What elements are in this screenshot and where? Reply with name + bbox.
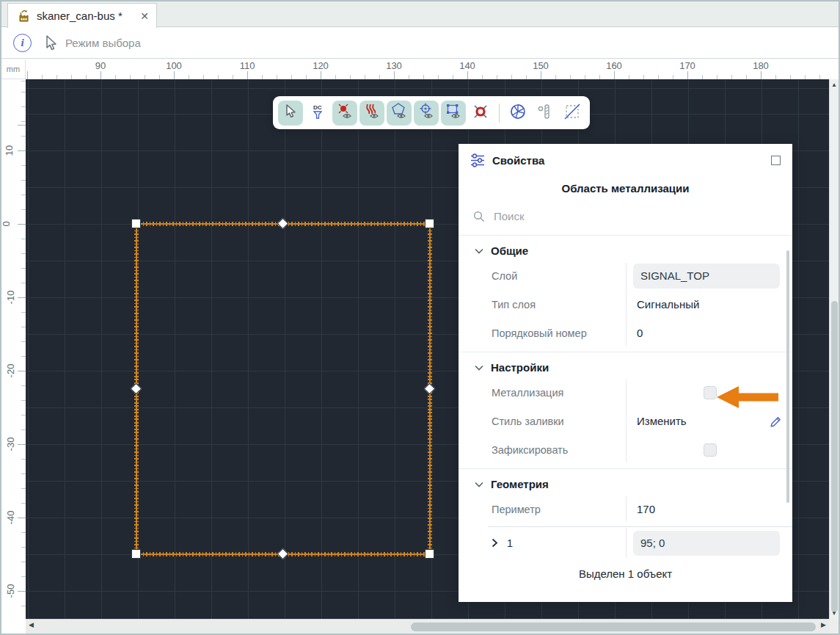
layer-type-value: Сигнальный — [626, 298, 792, 311]
section-general: Общие Слой SIGNAL_TOP Тип слоя Сигнальны… — [459, 236, 792, 352]
drill-tool-button[interactable] — [533, 101, 558, 126]
section-settings-header[interactable]: Настройки — [459, 358, 792, 378]
section-geometry-header[interactable]: Геометрия — [459, 475, 792, 495]
tab-title: skaner_can-bus * — [37, 10, 123, 22]
regions-visibility-button[interactable] — [441, 101, 466, 126]
dc-filter-icon: DC — [312, 104, 324, 123]
order-value: 0 — [626, 327, 792, 339]
traces-visibility-button[interactable] — [359, 101, 384, 126]
mode-label: Режим выбора — [65, 37, 141, 49]
selection-status: Выделен 1 объект — [459, 559, 792, 580]
selected-object-type: Область металлизации — [459, 176, 792, 205]
horizontal-ruler: 90 100 110 120 130 140 150 160 170 180 — [26, 59, 829, 79]
cursor-icon — [284, 104, 297, 122]
vertical-ruler: 10 0 -10 -20 -30 -40 -50 — [1, 79, 26, 619]
vertex-handle-bottom-left[interactable] — [131, 549, 141, 559]
pads-visibility-button[interactable] — [332, 101, 357, 126]
property-search — [459, 205, 792, 236]
fill-style-change-link[interactable]: Изменить — [637, 415, 687, 427]
pad-cross-icon — [472, 103, 489, 123]
property-row-layer: Слой SIGNAL_TOP — [459, 261, 792, 290]
horizontal-scrollbar-thumb[interactable] — [411, 623, 816, 631]
property-row-perimeter: Периметр 170 — [459, 495, 792, 523]
pcb-editor-window: skaner_can-bus * ✕ i Режим выбора mm 90 … — [0, 0, 840, 635]
panel-title: Свойства — [492, 154, 544, 167]
scroll-right-icon[interactable]: ▶ — [821, 621, 826, 628]
aperture-tool-button[interactable] — [505, 101, 530, 126]
midpoint-handle-top[interactable] — [277, 218, 289, 230]
lock-checkbox[interactable] — [704, 443, 717, 457]
canvas-vertical-scrollbar[interactable]: ▲ ▼ — [829, 79, 839, 619]
scrollbar-corner — [829, 619, 839, 634]
section-settings: Настройки Металлизация Стиль заливки Изм… — [459, 352, 792, 469]
drill-icon — [537, 103, 553, 123]
floating-toolbar: DC — [273, 96, 590, 129]
svg-text:DC: DC — [313, 104, 322, 111]
dc-filter-button[interactable]: DC — [305, 101, 330, 126]
scroll-up-icon[interactable]: ▲ — [830, 81, 839, 88]
toolbar-separator — [499, 104, 500, 123]
scroll-down-icon[interactable]: ▼ — [830, 610, 839, 617]
perimeter-value: 170 — [626, 503, 792, 515]
pad-eye-icon — [336, 103, 354, 123]
section-geometry: Геометрия Периметр 170 1 95; 0 — [459, 469, 792, 584]
region-eye-icon — [445, 103, 462, 123]
midpoint-handle-right[interactable] — [424, 383, 436, 395]
tab-close-icon[interactable]: ✕ — [140, 11, 149, 21]
properties-panel-header: Свойства — [459, 144, 792, 176]
property-row-order: Порядковый номер 0 — [459, 319, 792, 347]
chevron-down-icon — [475, 365, 483, 371]
property-row-fill-style: Стиль заливки Изменить — [459, 407, 792, 435]
vertex-1-coordinates-field[interactable]: 95; 0 — [633, 531, 780, 556]
metallization-checkbox[interactable] — [704, 386, 717, 399]
traces-eye-icon — [363, 103, 381, 123]
chevron-right-icon[interactable] — [492, 538, 498, 548]
pad-inspector-button[interactable] — [468, 101, 493, 126]
layer-field[interactable]: SIGNAL_TOP — [633, 264, 780, 289]
info-icon[interactable]: i — [13, 34, 32, 52]
canvas-horizontal-scrollbar[interactable]: ◀ ▶ — [26, 619, 829, 634]
pcb-document-icon — [17, 10, 30, 23]
tab-skaner-can-bus[interactable]: skaner_can-bus * ✕ — [7, 3, 157, 28]
search-input[interactable] — [492, 209, 712, 223]
vruler-major-ticks — [18, 79, 26, 619]
via-eye-icon — [417, 103, 435, 123]
vertical-scrollbar-thumb[interactable] — [831, 301, 838, 612]
vertex-handle-top-right[interactable] — [425, 219, 434, 228]
chevron-down-icon — [475, 248, 483, 254]
vertex-handle-bottom-right[interactable] — [425, 549, 434, 559]
polygon-eye-icon — [390, 103, 408, 123]
undock-panel-icon[interactable] — [771, 156, 781, 165]
midpoint-handle-bottom[interactable] — [277, 548, 289, 560]
diagonal-region-icon — [563, 103, 581, 123]
vias-visibility-button[interactable] — [414, 101, 439, 126]
property-row-layer-type: Тип слоя Сигнальный — [459, 290, 792, 319]
property-row-vertex-1: 1 95; 0 — [488, 526, 792, 559]
section-general-header[interactable]: Общие — [459, 242, 792, 261]
editor-toolbar: i Режим выбора — [1, 28, 839, 59]
diagonal-region-tool-button[interactable] — [560, 101, 585, 126]
aperture-icon — [509, 103, 527, 123]
properties-panel: Свойства Область металлизации Общие — [459, 144, 792, 602]
scroll-left-icon[interactable]: ◀ — [29, 621, 34, 628]
search-icon — [473, 211, 485, 222]
panel-scrollbar-thumb[interactable] — [786, 250, 789, 503]
chevron-down-icon — [475, 482, 483, 487]
property-row-lock: Зафиксировать — [459, 435, 792, 464]
pencil-icon[interactable] — [770, 414, 784, 428]
hruler-major-ticks — [26, 71, 829, 79]
callout-arrow-icon — [717, 386, 778, 410]
vertex-handle-top-left[interactable] — [131, 219, 141, 228]
midpoint-handle-left[interactable] — [131, 383, 142, 395]
select-tool-button[interactable] — [278, 101, 303, 126]
tab-strip: skaner_can-bus * ✕ — [1, 1, 839, 27]
polygons-visibility-button[interactable] — [387, 101, 412, 126]
ruler-unit-label: mm — [1, 59, 26, 79]
properties-icon — [470, 153, 485, 167]
selection-mode-cursor-icon — [43, 35, 58, 51]
